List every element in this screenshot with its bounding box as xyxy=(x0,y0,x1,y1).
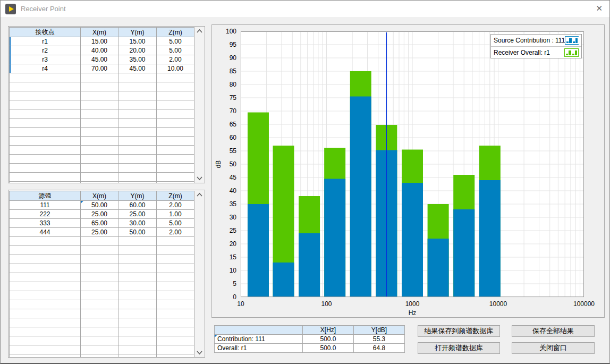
table-cell[interactable] xyxy=(81,327,118,336)
table-cell[interactable] xyxy=(118,118,157,128)
table-cell[interactable] xyxy=(157,118,194,128)
table-cell[interactable] xyxy=(81,354,118,358)
table-cell[interactable] xyxy=(10,273,81,282)
scroll-up-icon[interactable] xyxy=(196,29,203,33)
table-cell[interactable]: 40.00 xyxy=(81,46,118,55)
scroll-down-icon[interactable] xyxy=(196,176,203,181)
table-cell[interactable]: r3 xyxy=(10,55,81,64)
table-cell[interactable]: 60.00 xyxy=(118,201,157,210)
table-cell[interactable] xyxy=(157,155,194,164)
table-cell[interactable] xyxy=(157,100,194,109)
table-cell[interactable] xyxy=(81,345,118,354)
save-results-to-spectrum-db-button[interactable]: 结果保存到频谱数据库 xyxy=(418,325,500,337)
table-cell[interactable] xyxy=(10,109,81,118)
table-cell[interactable]: 25.00 xyxy=(118,210,157,219)
table-cell[interactable] xyxy=(81,282,118,291)
table-cell[interactable] xyxy=(81,128,118,137)
table-cell[interactable] xyxy=(118,255,157,264)
table-cell[interactable]: 111 xyxy=(10,201,81,210)
table-cell[interactable] xyxy=(118,109,157,118)
open-spectrum-db-button[interactable]: 打开频谱数据库 xyxy=(418,342,500,354)
table-cell[interactable] xyxy=(157,327,194,336)
table-cell[interactable] xyxy=(81,318,118,327)
table-cell[interactable] xyxy=(157,91,194,100)
table-cell[interactable] xyxy=(10,255,81,264)
table-cell[interactable]: 500.0 xyxy=(303,335,354,344)
table-cell[interactable] xyxy=(81,155,118,164)
table-cell[interactable] xyxy=(10,345,81,354)
table-cell[interactable] xyxy=(157,82,194,91)
table-cell[interactable] xyxy=(118,73,157,82)
table-cell[interactable] xyxy=(10,237,81,246)
legend-item-contribution[interactable]: Source Contribution : 111 xyxy=(491,35,581,46)
table-cell[interactable] xyxy=(10,91,81,100)
table-cell[interactable] xyxy=(81,173,118,182)
table-cell[interactable] xyxy=(10,100,81,109)
table-cell[interactable]: 65.00 xyxy=(81,219,118,228)
table-cell[interactable] xyxy=(10,354,81,358)
table-cell[interactable] xyxy=(157,164,194,173)
table-cell[interactable] xyxy=(10,318,81,327)
table-cell[interactable] xyxy=(118,164,157,173)
table-cell[interactable]: 2.00 xyxy=(157,201,194,210)
table-cell[interactable]: 30.00 xyxy=(118,219,157,228)
table-cell[interactable]: 5.00 xyxy=(157,46,194,55)
table-cell[interactable] xyxy=(118,128,157,137)
table-cell[interactable] xyxy=(81,164,118,173)
table-cell[interactable] xyxy=(10,327,81,336)
table-cell[interactable]: 50.00 xyxy=(118,228,157,237)
table-cell[interactable]: 10.00 xyxy=(157,64,194,73)
table-cell[interactable] xyxy=(10,118,81,128)
table-cell[interactable] xyxy=(157,354,194,358)
table-cell[interactable] xyxy=(10,82,81,91)
table-cell[interactable]: 45.00 xyxy=(118,64,157,73)
close-window-button[interactable]: 关闭窗口 xyxy=(512,342,595,354)
close-icon[interactable]: ✕ xyxy=(596,4,603,13)
table-cell[interactable] xyxy=(118,91,157,100)
table-cell[interactable]: 35.00 xyxy=(118,55,157,64)
table-cell[interactable] xyxy=(10,264,81,273)
table-cell[interactable] xyxy=(118,182,157,184)
table-cell[interactable]: 2.00 xyxy=(157,55,194,64)
table-cell[interactable] xyxy=(81,300,118,309)
table-cell[interactable] xyxy=(81,109,118,118)
table-cell[interactable] xyxy=(81,237,118,246)
table-cell[interactable] xyxy=(157,264,194,273)
table-cell[interactable] xyxy=(10,73,81,82)
table-cell[interactable] xyxy=(10,300,81,309)
table-cell[interactable] xyxy=(118,100,157,109)
table-cell[interactable]: 222 xyxy=(10,210,81,219)
table-cell[interactable] xyxy=(157,246,194,255)
table-cell[interactable] xyxy=(157,336,194,345)
table-cell[interactable] xyxy=(81,309,118,318)
table-cell[interactable] xyxy=(10,164,81,173)
table-cell[interactable] xyxy=(10,173,81,182)
table-cell[interactable]: 45.00 xyxy=(81,55,118,64)
table-cell[interactable] xyxy=(118,354,157,358)
table-cell[interactable] xyxy=(118,318,157,327)
table-cell[interactable]: r2 xyxy=(10,46,81,55)
table-cell[interactable] xyxy=(118,173,157,182)
table-cell[interactable] xyxy=(157,345,194,354)
table-cell[interactable] xyxy=(118,273,157,282)
table-cell[interactable] xyxy=(118,155,157,164)
table-cell[interactable] xyxy=(81,100,118,109)
table-cell[interactable]: 25.00 xyxy=(81,210,118,219)
table-cell[interactable] xyxy=(118,237,157,246)
table-cell[interactable] xyxy=(157,73,194,82)
table-cell[interactable] xyxy=(157,137,194,146)
table-cell[interactable]: 2.00 xyxy=(157,228,194,237)
table-cell[interactable] xyxy=(10,336,81,345)
table-cell[interactable] xyxy=(81,73,118,82)
table-cell[interactable]: Contribution: 111 xyxy=(215,335,303,344)
scroll-down-icon[interactable] xyxy=(196,350,203,355)
table-cell[interactable] xyxy=(157,300,194,309)
table-cell[interactable] xyxy=(157,237,194,246)
table-cell[interactable] xyxy=(157,291,194,300)
table-cell[interactable] xyxy=(157,182,194,184)
table-cell[interactable] xyxy=(81,246,118,255)
table-cell[interactable]: 5.00 xyxy=(157,37,194,46)
receiver-table-scrollbar[interactable] xyxy=(195,27,204,182)
table-cell[interactable]: 70.00 xyxy=(81,64,118,73)
table-cell[interactable] xyxy=(81,336,118,345)
